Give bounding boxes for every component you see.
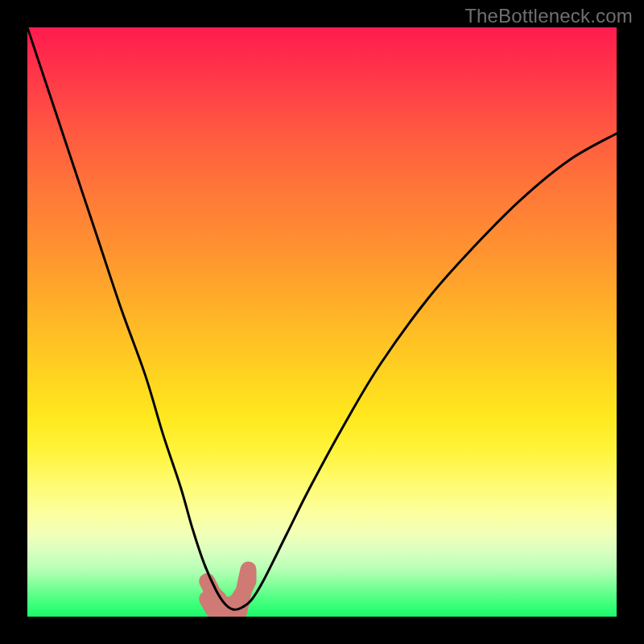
chart-frame: TheBottleneck.com <box>0 0 644 644</box>
curve-group <box>27 27 617 609</box>
bottleneck-curve-path <box>27 27 617 609</box>
curve-svg <box>27 27 617 617</box>
plot-area <box>27 27 617 617</box>
watermark-text: TheBottleneck.com <box>464 5 633 27</box>
